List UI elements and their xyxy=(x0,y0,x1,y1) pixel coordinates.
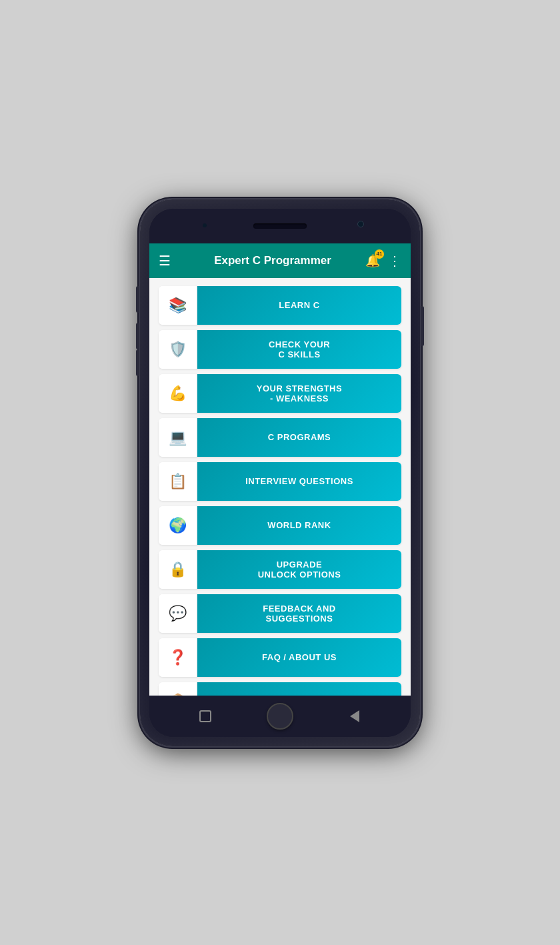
menu-item-label-world-rank: WORLD RANK xyxy=(197,506,401,545)
strength-icon: 💪 xyxy=(159,374,197,413)
phone-speaker xyxy=(253,223,307,229)
products-icon: 📦 xyxy=(159,682,197,696)
menu-item-label-check-skills: CHECK YOURC SKILLS xyxy=(197,330,401,369)
globe-icon: 🌍 xyxy=(159,506,197,545)
phone-sensor xyxy=(203,223,207,227)
phone-top-bar xyxy=(149,209,411,243)
menu-item-label-products: OUR OTHER PRODUCTS xyxy=(197,682,401,696)
phone-inner: ☰ Expert C Programmer 🔔 41 ⋮ 📚LEARN C🛡️C… xyxy=(149,209,411,737)
hamburger-menu-button[interactable]: ☰ xyxy=(159,254,171,267)
shield-icon: 🛡️ xyxy=(159,330,197,369)
menu-item-label-strengths: YOUR STRENGTHS- WEAKNESS xyxy=(197,374,401,413)
back-button[interactable] xyxy=(344,706,365,727)
menu-item-label-learn-c: LEARN C xyxy=(197,286,401,325)
programs-icon: 💻 xyxy=(159,418,197,457)
recents-icon xyxy=(199,710,211,722)
menu-item-label-interview: INTERVIEW QUESTIONS xyxy=(197,462,401,501)
menu-item-world-rank[interactable]: 🌍WORLD RANK xyxy=(159,506,401,545)
phone-bottom-nav xyxy=(149,696,411,737)
menu-item-upgrade[interactable]: 🔒UPGRADEUNLOCK OPTIONS xyxy=(159,550,401,589)
phone-camera xyxy=(357,221,364,227)
menu-item-label-upgrade: UPGRADEUNLOCK OPTIONS xyxy=(197,550,401,589)
screen: ☰ Expert C Programmer 🔔 41 ⋮ 📚LEARN C🛡️C… xyxy=(149,243,411,696)
recents-button[interactable] xyxy=(195,706,216,727)
books-icon: 📚 xyxy=(159,286,197,325)
menu-item-products[interactable]: 📦OUR OTHER PRODUCTS xyxy=(159,682,401,696)
back-icon xyxy=(350,710,359,722)
menu-item-check-skills[interactable]: 🛡️CHECK YOURC SKILLS xyxy=(159,330,401,369)
phone-device: ☰ Expert C Programmer 🔔 41 ⋮ 📚LEARN C🛡️C… xyxy=(140,199,420,746)
app-bar: ☰ Expert C Programmer 🔔 41 ⋮ xyxy=(149,243,411,278)
menu-item-learn-c[interactable]: 📚LEARN C xyxy=(159,286,401,325)
menu-item-strengths[interactable]: 💪YOUR STRENGTHS- WEAKNESS xyxy=(159,374,401,413)
menu-list: 📚LEARN C🛡️CHECK YOURC SKILLS💪YOUR STRENG… xyxy=(149,278,411,696)
menu-item-label-c-programs: C PROGRAMS xyxy=(197,418,401,457)
menu-item-faq[interactable]: ❓FAQ / ABOUT US xyxy=(159,638,401,677)
app-title: Expert C Programmer xyxy=(180,254,365,267)
feedback-icon: 💬 xyxy=(159,594,197,633)
menu-item-c-programs[interactable]: 💻C PROGRAMS xyxy=(159,418,401,457)
faq-icon: ❓ xyxy=(159,638,197,677)
interview-icon: 📋 xyxy=(159,462,197,501)
menu-item-feedback[interactable]: 💬FEEDBACK ANDSUGGESTIONS xyxy=(159,594,401,633)
menu-item-interview[interactable]: 📋INTERVIEW QUESTIONS xyxy=(159,462,401,501)
notification-badge: 41 xyxy=(375,249,384,259)
menu-item-label-faq: FAQ / ABOUT US xyxy=(197,638,401,677)
home-button[interactable] xyxy=(267,703,293,730)
more-options-button[interactable]: ⋮ xyxy=(388,253,401,269)
lock-icon: 🔒 xyxy=(159,550,197,589)
notification-button[interactable]: 🔔 41 xyxy=(365,253,380,268)
menu-item-label-feedback: FEEDBACK ANDSUGGESTIONS xyxy=(197,594,401,633)
